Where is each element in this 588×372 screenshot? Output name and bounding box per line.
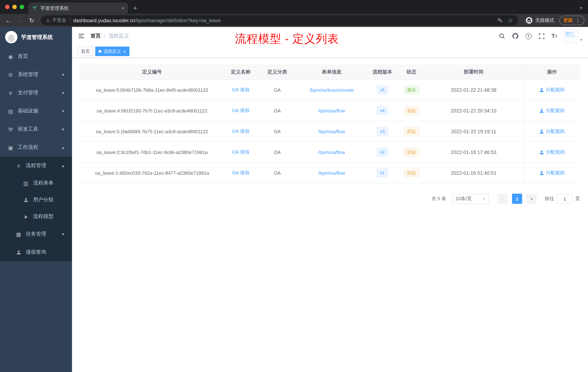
warning-icon: ⚠: [46, 18, 50, 23]
breadcrumb-separator: /: [104, 33, 105, 39]
cell-definition-id: oa_leave:2:3c1f0ef1-76b1-11ec-9c66-a2380…: [79, 142, 225, 162]
sidebar-item-8[interactable]: 用户分组: [0, 191, 72, 208]
bookmark-star-icon[interactable]: ☆: [508, 17, 513, 24]
forward-button[interactable]: →: [15, 17, 25, 23]
page-size-value: 10条/页: [456, 196, 472, 202]
goto-page: 前往 页: [545, 194, 580, 203]
assign-rule-link[interactable]: 分配规则: [539, 87, 565, 93]
cell-action[interactable]: 分配规则: [524, 121, 580, 142]
column-header-1: 定义名称: [225, 65, 257, 79]
cell-status: 激活: [399, 80, 424, 100]
chevron-down-icon: ▾: [62, 90, 64, 95]
cell-definition-name[interactable]: OA 请假: [225, 80, 257, 100]
assign-rule-link[interactable]: 分配规则: [539, 128, 565, 135]
chevron-down-icon: ▾: [580, 37, 582, 43]
chevron-down-icon: ▾: [62, 72, 64, 77]
sidebar-brand[interactable]: 芋道管理系统: [0, 27, 72, 47]
cell-form-link[interactable]: /bpm/oa/leave/create: [298, 80, 366, 100]
column-header-7: 操作: [524, 65, 580, 79]
assign-rule-link[interactable]: 分配规则: [539, 170, 565, 176]
update-chip[interactable]: 更新 ⋮: [559, 16, 584, 25]
new-tab-button[interactable]: +: [133, 4, 137, 12]
breadcrumb: 首页 / 流程定义: [91, 33, 129, 39]
help-icon[interactable]: ?: [525, 33, 531, 39]
cell-deploy-time: 2022-01-22 19:19:11: [424, 121, 524, 142]
chevron-up-icon: ▴: [62, 163, 64, 168]
cell-action[interactable]: 分配规则: [524, 100, 580, 121]
cell-status: 挂起: [399, 142, 424, 162]
cell-form-link[interactable]: /bpm/oa/flow: [298, 100, 366, 121]
sidebar-item-7[interactable]: ▥流程表单: [0, 175, 72, 191]
hamburger-icon[interactable]: [78, 33, 85, 40]
fullscreen-icon[interactable]: [538, 33, 545, 39]
usergroup-icon: [22, 197, 29, 202]
cell-action[interactable]: 分配规则: [524, 163, 580, 183]
reload-button[interactable]: ↻: [27, 17, 36, 23]
tag-0[interactable]: 首页: [78, 47, 93, 56]
yen-icon: ¥: [7, 90, 14, 96]
assign-rule-link[interactable]: 分配规则: [539, 149, 565, 155]
incognito-badge: 无痕模式: [525, 17, 554, 24]
close-window-button[interactable]: [5, 5, 10, 9]
assign-rule-link[interactable]: 分配规则: [539, 107, 565, 114]
url-text: dashboard.yudao.iocoder.cn/bpm/manager/d…: [73, 18, 221, 23]
browser-menu-icon[interactable]: ⋮: [575, 17, 580, 23]
goto-page-input[interactable]: [557, 194, 572, 203]
cell-definition-name[interactable]: OA 请假: [225, 121, 257, 142]
security-chip[interactable]: ⚠ 不安全: [46, 17, 66, 24]
tab-close-icon[interactable]: ×: [121, 5, 124, 11]
sidebar-item-3[interactable]: ▤基础设施▾: [0, 102, 72, 120]
tag-close-icon[interactable]: ×: [123, 49, 126, 54]
back-button[interactable]: ←: [4, 17, 13, 23]
page-unit-label: 页: [575, 196, 580, 202]
cell-action[interactable]: 分配规则: [524, 80, 580, 100]
sidebar-item-0[interactable]: ◉首页: [0, 47, 72, 66]
tab-search-chevron-icon[interactable]: ▾: [580, 5, 582, 11]
password-key-icon[interactable]: [497, 17, 503, 23]
avatar[interactable]: [564, 29, 578, 43]
prev-page-button[interactable]: ‹: [497, 194, 508, 204]
sidebar-item-10[interactable]: ▦任务管理▾: [0, 225, 72, 243]
cell-definition-name[interactable]: OA 请假: [225, 163, 257, 183]
column-header-2: 定义分类: [257, 65, 298, 79]
dashboard-icon: ◉: [7, 54, 14, 59]
address-bar[interactable]: ⚠ 不安全 dashboard.yudao.iocoder.cn/bpm/man…: [41, 15, 518, 25]
tag-dot: [99, 50, 101, 53]
sidebar-item-6[interactable]: ≡流程管理▴: [0, 156, 72, 175]
tag-1[interactable]: 流程定义×: [95, 47, 129, 56]
chevron-up-icon: ▴: [62, 145, 64, 150]
sidebar-item-4[interactable]: ⚒研发工具▾: [0, 120, 72, 138]
search-icon[interactable]: [499, 33, 505, 39]
browser-tab[interactable]: 芋道管理系统 ×: [28, 2, 128, 14]
cell-form-link[interactable]: /bpm/oa/flow: [298, 142, 366, 162]
pagination: 共 5 条 10条/页 ▾ ‹ 1 › 前往 页: [79, 194, 580, 204]
cell-form-link[interactable]: /bpm/oa/flow: [298, 121, 366, 142]
sidebar-item-5[interactable]: ▣工作流程▴: [0, 138, 72, 156]
sidebar-menu: ◉首页⚙系统管理▾¥支付管理▾▤基础设施▾⚒研发工具▾▣工作流程▴≡流程管理▴▥…: [0, 47, 72, 261]
brand-logo: [5, 31, 17, 43]
task-icon: ▦: [15, 231, 22, 237]
cell-definition-name[interactable]: OA 请假: [225, 142, 257, 162]
table-header: 定义编号定义名称定义分类表单信息流程版本状态部署时间操作: [79, 65, 580, 80]
page-size-select[interactable]: 10条/页 ▾: [452, 194, 489, 204]
next-page-button[interactable]: ›: [526, 194, 537, 204]
tags-bar: 首页流程定义×: [72, 45, 588, 58]
minimize-window-button[interactable]: [12, 5, 17, 9]
chevron-down-icon: ▾: [62, 127, 64, 131]
cell-action[interactable]: 分配规则: [524, 142, 580, 162]
sidebar-item-1[interactable]: ⚙系统管理▾: [0, 66, 72, 84]
table-body: oa_leave:5:004b710b-7b8a-11ec-8ef0-acde4…: [79, 80, 580, 184]
cell-form-link[interactable]: /bpm/oa/flow: [298, 163, 366, 183]
sidebar-item-2[interactable]: ¥支付管理▾: [0, 84, 72, 102]
cell-version: v5: [366, 80, 399, 100]
cell-definition-name[interactable]: OA 请假: [225, 100, 257, 121]
font-size-icon[interactable]: TT: [551, 33, 557, 39]
breadcrumb-home[interactable]: 首页: [91, 33, 101, 39]
current-page-button[interactable]: 1: [512, 194, 522, 204]
user-avatar-dropdown[interactable]: ▾: [564, 29, 582, 43]
github-icon[interactable]: [512, 33, 518, 39]
zoom-window-button[interactable]: [20, 5, 24, 9]
table-row-3: oa_leave:2:3c1f0ef1-76b1-11ec-9c66-a2380…: [79, 142, 580, 163]
sidebar-item-9[interactable]: ➤流程模型: [0, 208, 72, 225]
sidebar-item-11[interactable]: 请假查询: [0, 243, 72, 261]
